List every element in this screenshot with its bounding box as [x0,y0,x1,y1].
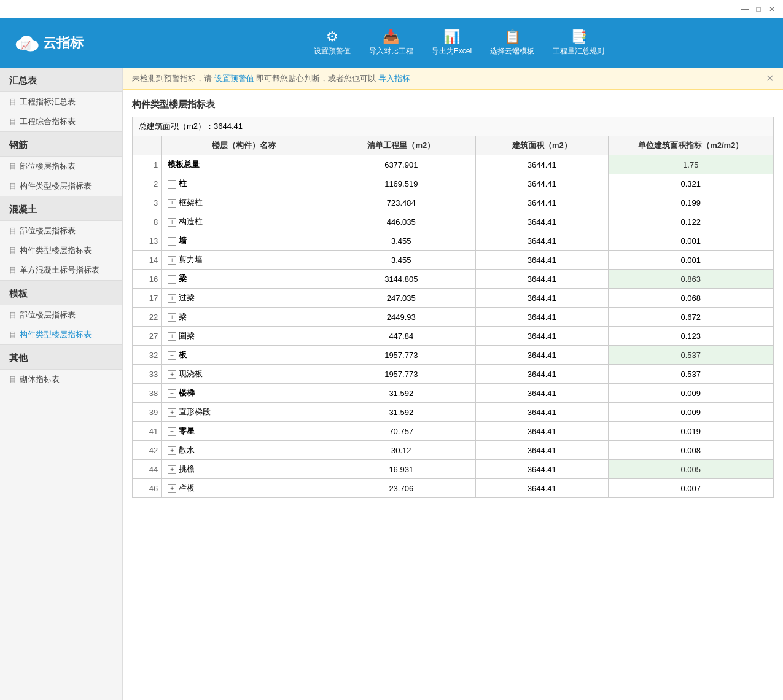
expand-button[interactable]: + [168,408,176,417]
expand-button[interactable]: + [168,332,176,341]
row-index: 0.321 [608,174,773,193]
select-template-icon: 📋 [504,30,521,44]
row-area: 3644.41 [476,441,609,460]
sidebar-item-rebar-floor[interactable]: 目部位楼层指标表 [0,157,122,176]
expand-button[interactable]: + [168,256,176,265]
toolbar-set-warning[interactable]: ⚙设置预警值 [314,30,351,56]
row-qty: 2449.93 [327,308,475,327]
sidebar-section-其他: 其他 [0,344,122,370]
row-name: −墙 [162,231,327,251]
row-qty: 1169.519 [327,174,475,193]
expand-button[interactable]: + [168,218,176,227]
toolbar-project-summary[interactable]: 📑工程量汇总规则 [553,30,604,56]
sidebar-item-concrete-floor[interactable]: 目部位楼层指标表 [0,221,122,241]
sidebar-section-汇总表: 汇总表 [0,68,122,92]
expand-button[interactable]: + [168,446,176,455]
table-row[interactable]: 33 +现浇板 1957.773 3644.41 0.537 [133,365,774,384]
row-qty: 3144.805 [327,270,475,289]
expand-button[interactable]: − [168,180,176,189]
row-name: +现浇板 [162,365,327,384]
expand-button[interactable]: − [168,351,176,360]
sidebar-item-concrete-grade[interactable]: 目单方混凝土标号指标表 [0,260,122,280]
table-row[interactable]: 44 +挑檐 16.931 3644.41 0.005 [133,460,774,479]
expand-button[interactable]: + [168,294,176,303]
toolbar-import-project[interactable]: 📥导入对比工程 [369,30,413,56]
row-area: 3644.41 [476,155,609,174]
import-project-icon: 📥 [383,30,399,44]
row-qty: 1957.773 [327,346,475,365]
logo-icon: 📈 [12,31,43,55]
row-name: +散水 [162,441,327,460]
row-index: 0.009 [608,384,773,403]
table-row[interactable]: 13 −墙 3.455 3644.41 0.001 [133,231,774,251]
sidebar-section-混凝土: 混凝土 [0,196,122,221]
row-index: 0.123 [608,327,773,346]
row-name: +挑檐 [162,460,327,479]
expand-button[interactable]: − [168,275,176,284]
expand-button[interactable]: + [168,370,176,379]
toolbar-select-template[interactable]: 📋选择云端模板 [490,30,534,56]
sidebar-item-label: 砌体指标表 [20,374,60,385]
logo-area: 📈 云指标 [12,31,111,55]
close-button[interactable]: ✕ [766,3,778,15]
table-row[interactable]: 46 +栏板 23.706 3644.41 0.007 [133,479,774,498]
expand-button[interactable]: + [168,484,176,493]
row-index: 0.019 [608,422,773,441]
sidebar-item-label: 部位楼层指标表 [20,309,76,321]
row-area: 3644.41 [476,251,609,270]
sidebar-item-concrete-component[interactable]: 目构件类型楼层指标表 [0,241,122,260]
sidebar-item-formwork-floor[interactable]: 目部位楼层指标表 [0,305,122,325]
total-area: 总建筑面积（m2）：3644.41 [133,117,774,136]
maximize-button[interactable]: □ [752,3,765,15]
expand-button[interactable]: + [168,199,176,208]
row-qty: 30.12 [327,441,475,460]
list-icon: 目 [9,330,17,340]
table-row[interactable]: 38 −楼梯 31.592 3644.41 0.009 [133,384,774,403]
row-area: 3644.41 [476,193,609,212]
row-area: 3644.41 [476,479,609,498]
sidebar-item-formwork-component[interactable]: 目构件类型楼层指标表 [0,325,122,344]
expand-button[interactable]: + [168,313,176,322]
row-area: 3644.41 [476,365,609,384]
row-number: 13 [133,231,162,251]
table-row[interactable]: 17 +过梁 247.035 3644.41 0.068 [133,289,774,308]
row-index: 0.005 [608,460,773,479]
row-area: 3644.41 [476,289,609,308]
table-row[interactable]: 2 −柱 1169.519 3644.41 0.321 [133,174,774,193]
notice-link-import[interactable]: 导入指标 [378,73,410,84]
list-icon: 目 [9,161,17,172]
col-area: 建筑面积（m2） [476,136,609,155]
notice-close-button[interactable]: ✕ [766,72,774,84]
list-icon: 目 [9,310,17,321]
row-index: 0.007 [608,479,773,498]
table-row[interactable]: 3 +框架柱 723.484 3644.41 0.199 [133,193,774,212]
expand-button[interactable]: + [168,465,176,474]
row-qty: 723.484 [327,193,475,212]
table-row[interactable]: 16 −梁 3144.805 3644.41 0.863 [133,270,774,289]
minimize-button[interactable]: — [739,3,751,15]
table-row[interactable]: 1 模板总量 6377.901 3644.41 1.75 [133,155,774,174]
table-row[interactable]: 14 +剪力墙 3.455 3644.41 0.001 [133,251,774,270]
table-row[interactable]: 41 −零星 70.757 3644.41 0.019 [133,422,774,441]
table-row[interactable]: 39 +直形梯段 31.592 3644.41 0.009 [133,403,774,422]
notice-text: 未检测到预警指标，请 [132,73,212,84]
list-icon: 目 [9,265,17,276]
sidebar-item-rebar-component[interactable]: 目构件类型楼层指标表 [0,176,122,196]
notice-link-warning[interactable]: 设置预警值 [214,73,254,84]
table-row[interactable]: 32 −板 1957.773 3644.41 0.537 [133,346,774,365]
sidebar-item-other-masonry[interactable]: 目砌体指标表 [0,370,122,389]
row-number: 27 [133,327,162,346]
row-number: 38 [133,384,162,403]
expand-button[interactable]: − [168,389,176,398]
table-row[interactable]: 27 +圈梁 447.84 3644.41 0.123 [133,327,774,346]
table-row[interactable]: 8 +构造柱 446.035 3644.41 0.122 [133,212,774,231]
table-row[interactable]: 22 +梁 2449.93 3644.41 0.672 [133,308,774,327]
expand-button[interactable]: − [168,427,176,436]
sidebar-item-summary-comprehensive[interactable]: 目工程综合指标表 [0,112,122,131]
list-icon: 目 [9,375,17,385]
expand-button[interactable]: − [168,237,176,246]
toolbar-export-excel[interactable]: 📊导出为Excel [432,30,472,56]
table-row[interactable]: 42 +散水 30.12 3644.41 0.008 [133,441,774,460]
row-qty: 446.035 [327,212,475,231]
sidebar-item-summary-project[interactable]: 目工程指标汇总表 [0,92,122,112]
